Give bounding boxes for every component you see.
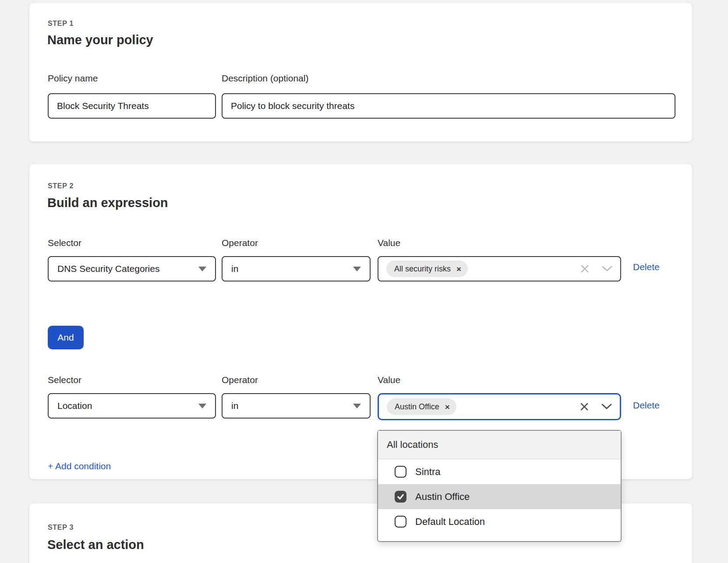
step1-title: Name your policy [47, 33, 153, 47]
dropdown-option-label: Austin Office [415, 491, 470, 503]
operator-select[interactable]: in [222, 256, 371, 282]
selector-select-value: DNS Security Categories [57, 264, 159, 274]
operator-column-label: Operator [222, 375, 258, 385]
selector-select[interactable]: DNS Security Categories [48, 256, 216, 282]
value-tag: Austin Office × [387, 398, 456, 415]
dropdown-option-label: Default Location [415, 516, 485, 528]
description-label: Description (optional) [222, 73, 308, 84]
operator-select[interactable]: in [222, 393, 371, 419]
step1-label: STEP 1 [48, 20, 74, 28]
selector-select-value: Location [57, 401, 92, 411]
step2-label: STEP 2 [48, 182, 74, 190]
delete-condition-link[interactable]: Delete [633, 262, 660, 272]
dropdown-option-default-location[interactable]: Default Location [378, 509, 621, 534]
value-tag-label: All security risks [394, 264, 451, 274]
operator-column-label: Operator [222, 238, 258, 248]
policy-name-label: Policy name [48, 73, 98, 84]
selector-column-label: Selector [48, 375, 81, 385]
selector-column-label: Selector [48, 238, 81, 248]
and-button[interactable]: And [48, 326, 84, 349]
description-input[interactable] [222, 93, 675, 119]
value-tag: All security risks × [386, 260, 468, 277]
select-caret-icon [198, 404, 206, 408]
value-column-label: Value [378, 375, 400, 385]
dropdown-option-austin-office[interactable]: Austin Office [378, 484, 621, 509]
value-field-icons [580, 264, 612, 274]
value-multiselect[interactable]: All security risks × [378, 256, 621, 282]
value-field-icons [580, 402, 612, 412]
tag-remove-icon[interactable]: × [456, 265, 461, 273]
expression-row-1: Selector Operator Value DNS Security Cat… [48, 238, 674, 290]
step3-title: Select an action [47, 538, 144, 552]
value-multiselect[interactable]: Austin Office × [378, 393, 621, 420]
dropdown-group-header: All locations [378, 431, 621, 459]
step1-card: STEP 1 Name your policy Policy name Desc… [29, 3, 693, 142]
select-caret-icon [198, 267, 206, 271]
step3-label: STEP 3 [48, 524, 74, 531]
tag-remove-icon[interactable]: × [445, 403, 450, 411]
step2-title: Build an expression [47, 196, 168, 210]
clear-value-icon[interactable] [580, 264, 590, 274]
policy-builder-page: STEP 1 Name your policy Policy name Desc… [0, 0, 728, 563]
select-caret-icon [353, 404, 361, 408]
dropdown-chevron-icon[interactable] [601, 404, 612, 410]
expression-row-2: Selector Operator Value Location in Aust… [48, 375, 674, 427]
checkbox-icon[interactable] [395, 466, 406, 478]
operator-select-value: in [231, 264, 238, 274]
dropdown-chevron-icon[interactable] [602, 266, 612, 272]
value-tag-label: Austin Office [395, 402, 439, 412]
dropdown-option-label: Sintra [415, 466, 440, 478]
selector-select[interactable]: Location [48, 393, 216, 419]
select-caret-icon [353, 267, 361, 271]
checkmark-icon [396, 493, 405, 501]
clear-value-icon[interactable] [580, 402, 589, 412]
checkbox-icon[interactable] [395, 516, 406, 528]
operator-select-value: in [231, 401, 238, 411]
add-condition-link[interactable]: + Add condition [48, 461, 111, 472]
location-dropdown-panel: All locations Sintra Austin Office [377, 430, 622, 542]
policy-name-input[interactable] [48, 93, 216, 119]
checkbox-icon[interactable] [395, 491, 406, 503]
dropdown-option-sintra[interactable]: Sintra [378, 459, 621, 484]
value-column-label: Value [378, 238, 400, 248]
delete-condition-link[interactable]: Delete [633, 400, 660, 411]
